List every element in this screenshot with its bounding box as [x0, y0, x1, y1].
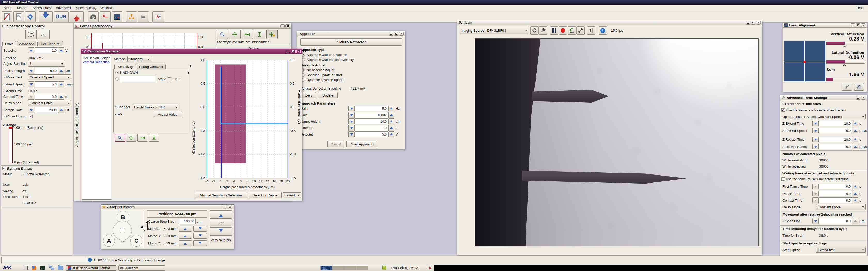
stepper-down-button[interactable] — [210, 227, 232, 236]
direction-dropdown[interactable]: Extend — [283, 192, 301, 198]
pulling-length-increment[interactable] — [58, 68, 64, 74]
igain-input[interactable]: 5.0 — [355, 106, 388, 111]
select-fit-range-button[interactable]: Select Fit Range — [249, 192, 282, 199]
laser-alignment-titlebar[interactable]: Laser Alignment × — [783, 23, 867, 28]
close-button[interactable]: × — [861, 96, 865, 100]
calib-fit-y-button[interactable] — [149, 134, 159, 142]
approach-button[interactable] — [39, 11, 53, 22]
task-button-junicam[interactable]: JUnicam — [118, 265, 165, 271]
photodiode-button[interactable] — [112, 11, 122, 22]
manual-value-radio[interactable] — [116, 77, 119, 80]
same-pause-checkbox[interactable] — [781, 177, 785, 181]
unknown-radio[interactable] — [116, 71, 119, 74]
pulse-timing-button[interactable] — [152, 11, 164, 22]
approach-status-button[interactable]: Z Piezo Retracted — [301, 38, 402, 46]
record-button[interactable] — [559, 26, 567, 35]
first-pause-increment[interactable] — [852, 183, 859, 189]
cancel-button[interactable]: Cancel — [327, 141, 344, 147]
z-extend-speed-decrement[interactable] — [812, 128, 819, 133]
z-retract-speed-input[interactable]: 5.0 — [819, 144, 852, 149]
z-retract-speed-decrement[interactable] — [812, 144, 819, 149]
sample-rate-decrement[interactable] — [28, 107, 34, 113]
camera-view[interactable] — [475, 38, 759, 246]
menu-advanced[interactable]: Advanced — [55, 5, 72, 11]
trash-icon[interactable] — [382, 265, 387, 270]
tab-advanced[interactable]: Advanced — [17, 41, 36, 46]
z-movement-dropdown[interactable]: Constant Speed — [28, 74, 71, 80]
menu-setup[interactable]: Setup — [3, 5, 13, 11]
pgain-input[interactable]: 0.002 — [355, 112, 388, 118]
target-height-decrement[interactable] — [348, 118, 355, 125]
approach-setpoint-input[interactable]: 5.0 — [355, 131, 388, 137]
zero-counters-button[interactable]: Zero counters — [210, 237, 232, 243]
fs-fit-all-button[interactable] — [229, 30, 241, 39]
pause-time-decrement[interactable] — [812, 191, 819, 196]
workflow-button[interactable] — [126, 11, 137, 22]
fs-fit-x-button[interactable] — [242, 30, 253, 39]
z-retract-time-increment[interactable] — [852, 137, 859, 142]
target-height-input[interactable]: 10.0 — [355, 118, 388, 125]
tab-cell-capture[interactable]: Cell Capture — [37, 41, 63, 46]
calib-fit-all-button[interactable] — [126, 134, 136, 142]
setpoint-input[interactable]: 1.0 — [35, 47, 58, 54]
contact-time-increment[interactable] — [58, 94, 64, 100]
clock[interactable]: Thu Feb 6, 15:12 — [391, 266, 418, 270]
network-icon[interactable] — [49, 266, 54, 270]
camera-settings-button[interactable] — [539, 26, 548, 35]
maximize-button[interactable] — [394, 32, 398, 36]
start-approach-button[interactable]: Start Approach — [346, 141, 378, 147]
info-button[interactable]: i — [598, 26, 607, 35]
timeout-input[interactable]: 1.0 — [355, 125, 388, 131]
list-item-vertical-deflection[interactable]: Vertical Deflection — [82, 60, 111, 64]
menu-motors[interactable]: Motors — [16, 5, 28, 11]
maximize-button[interactable] — [751, 21, 755, 25]
calib-zoom-button[interactable] — [115, 134, 125, 142]
close-button[interactable]: × — [756, 21, 761, 25]
z-retract-speed-increment[interactable] — [852, 144, 859, 149]
workspace-3[interactable] — [344, 266, 356, 270]
task-button-nanowizard[interactable]: JPK NanoWizard Control — [66, 265, 116, 271]
motor-b-down-button[interactable] — [193, 233, 207, 239]
start-option-dropdown[interactable]: Extend first — [816, 247, 866, 253]
adjust-baseline-dropdown[interactable]: 1 — [28, 61, 65, 67]
calibration-plot[interactable]: -4-2024681012141618201.01.00.50.50.00.0-… — [190, 50, 301, 190]
minimize-button[interactable] — [280, 24, 285, 28]
z-scan-end-increment[interactable] — [852, 218, 859, 224]
z-extend-time-decrement[interactable] — [812, 121, 819, 126]
camera-button[interactable] — [88, 11, 99, 22]
approach-setpoint-decrement[interactable] — [348, 131, 355, 137]
workspace-1[interactable] — [320, 266, 332, 270]
main-title-bar[interactable]: JPK NanoWizard Control — [0, 0, 868, 5]
afs-contact-time-input[interactable]: 0.0 — [819, 197, 852, 203]
folder-icon[interactable] — [58, 266, 63, 270]
collapse-icon[interactable]: − — [2, 25, 5, 27]
close-button[interactable]: × — [861, 24, 865, 27]
tab-spring-constant[interactable]: Spring Constant — [137, 64, 165, 69]
z-retract-time-decrement[interactable] — [812, 137, 819, 142]
approach-titlebar[interactable]: Approach × — [297, 31, 405, 36]
tab-force[interactable]: Force — [2, 41, 16, 46]
motor-c-up-button[interactable] — [179, 240, 192, 246]
force-spectroscopy-titlebar[interactable]: Force Spectroscopy — [74, 24, 291, 29]
stepper-up-button[interactable] — [210, 210, 232, 218]
snapshot-button[interactable] — [567, 26, 576, 35]
approach-setpoint-increment[interactable] — [388, 131, 395, 137]
pause-time-input[interactable]: 0.0 — [819, 191, 852, 196]
workspace-4[interactable] — [356, 266, 368, 270]
new-scan-button[interactable] — [2, 11, 12, 22]
z-channel-dropdown[interactable]: Height (meas. smth.) — [132, 104, 179, 110]
contact-time-input[interactable]: 0.0 — [35, 94, 58, 100]
measure-button[interactable] — [576, 26, 585, 35]
timeout-decrement[interactable] — [348, 125, 355, 131]
workspace-2[interactable] — [332, 266, 344, 270]
minimize-button[interactable] — [389, 32, 393, 36]
menu-accessories[interactable]: Accessories — [32, 5, 52, 11]
extend-speed-increment[interactable] — [58, 81, 64, 87]
fs-zoom-button[interactable] — [217, 30, 228, 39]
sample-rate-increment[interactable] — [58, 107, 64, 113]
motor-b-up-button[interactable] — [179, 233, 192, 239]
run-button[interactable]: RUN — [54, 11, 69, 22]
settings-button[interactable] — [25, 11, 36, 22]
igain-decrement[interactable] — [348, 106, 355, 111]
z-retract-time-input[interactable]: 18.0 — [819, 137, 852, 142]
